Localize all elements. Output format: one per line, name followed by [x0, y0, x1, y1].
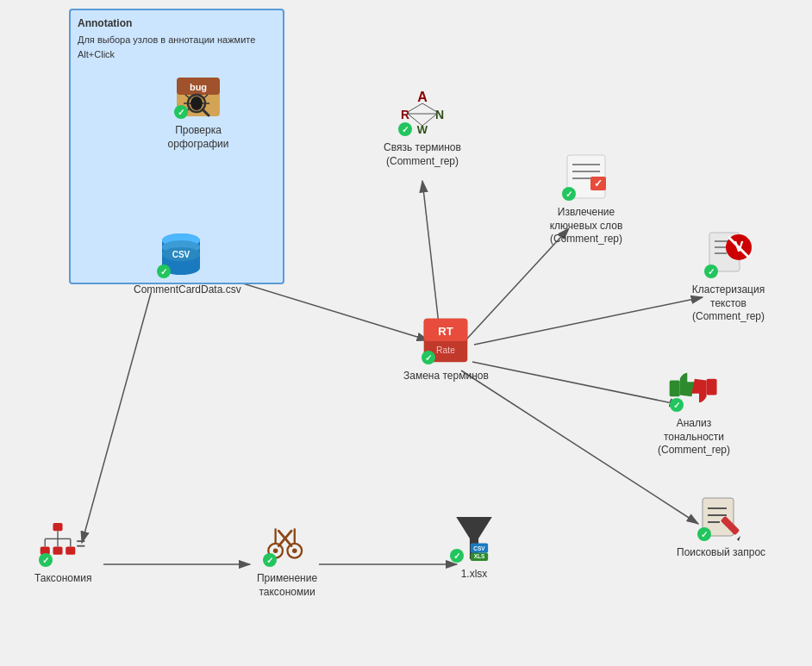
sentiment-label: Анализ тональности (Comment_rep) [646, 417, 741, 457]
workflow-canvas: Annotation Для выбора узлов в аннотации … [0, 0, 812, 666]
term-link-badge: ✓ [398, 122, 412, 136]
svg-text:RT: RT [439, 325, 453, 338]
clustering-node[interactable]: V ✓ Кластеризация текстов (Comment_rep) [681, 228, 776, 324]
svg-rect-63 [53, 523, 63, 531]
svg-text:A: A [417, 90, 428, 104]
term-replace-label: Замена терминов [403, 370, 489, 383]
svg-text:XLS: XLS [474, 553, 485, 559]
annotation-title: Annotation [78, 17, 276, 29]
clustering-icon: V ✓ [703, 228, 754, 280]
svg-text:CSV: CSV [172, 250, 191, 259]
spell-check-icon: bug ✓ [172, 69, 224, 121]
svg-rect-55 [670, 380, 680, 396]
annotation-text: Для выбора узлов в аннотации нажмите Alt… [78, 33, 276, 61]
term-replace-node[interactable]: RT Rate ✓ Замена терминов [403, 314, 489, 383]
search-label: Поисковый запрос [677, 546, 765, 560]
comment-card-badge: ✓ [157, 265, 171, 278]
search-node[interactable]: ✓ Поисковый запрос [677, 491, 765, 560]
taxonomy-label: Таксономия [34, 572, 91, 586]
sentiment-icon: ✓ [668, 362, 720, 414]
comment-card-label: CommentCardData.csv [134, 283, 228, 297]
taxonomy-node[interactable]: ✓ Таксономия [34, 517, 91, 586]
search-badge: ✓ [697, 527, 711, 541]
apply-taxonomy-node[interactable]: ✓ Применение таксономии [240, 517, 334, 599]
apply-taxonomy-icon: ✓ [261, 517, 313, 569]
svg-marker-62 [737, 536, 740, 541]
spell-check-badge: ✓ [174, 105, 188, 119]
svg-line-5 [474, 297, 703, 345]
keywords-badge: ✓ [562, 187, 576, 201]
clustering-badge: ✓ [704, 265, 718, 278]
comment-card-node[interactable]: CSV ✓ CommentCardData.csv [134, 228, 228, 297]
svg-text:Rate: Rate [437, 345, 456, 355]
spell-check-node[interactable]: bug ✓ Проверка орфографии [151, 69, 246, 151]
taxonomy-icon-node: ✓ [37, 517, 89, 569]
term-link-node[interactable]: A R N W ✓ Связь терминов (Comment_rep) [375, 86, 470, 168]
comment-card-icon: CSV ✓ [155, 228, 207, 280]
svg-point-77 [292, 548, 297, 553]
svg-point-16 [191, 96, 203, 110]
spell-check-label: Проверка орфографии [151, 124, 246, 151]
svg-rect-71 [66, 547, 75, 555]
svg-line-10 [82, 293, 151, 543]
xlsx-node[interactable]: CSV XLS ✓ 1.xlsx [448, 513, 500, 582]
svg-text:✓: ✓ [594, 177, 603, 190]
sentiment-badge: ✓ [670, 398, 684, 412]
term-link-label: Связь терминов (Comment_rep) [375, 141, 470, 168]
xlsx-badge: ✓ [450, 549, 464, 563]
rt-rate-icon: RT Rate ✓ [420, 314, 472, 366]
svg-line-3 [422, 181, 440, 332]
xlsx-label: 1.xlsx [461, 568, 488, 582]
svg-rect-56 [707, 379, 717, 395]
sentiment-node[interactable]: ✓ Анализ тональности (Comment_rep) [646, 362, 741, 457]
keywords-icon: ✓ ✓ [560, 151, 612, 202]
svg-text:CSV: CSV [473, 545, 485, 551]
search-icon-node: ✓ [696, 491, 747, 543]
svg-line-37 [408, 103, 422, 112]
clustering-label: Кластеризация текстов (Comment_rep) [681, 283, 776, 324]
term-link-icon: A R N W ✓ [397, 86, 448, 138]
svg-rect-70 [53, 547, 63, 555]
xlsx-icon: CSV XLS ✓ [448, 513, 500, 564]
svg-text:bug: bug [190, 82, 207, 92]
apply-taxonomy-label: Применение таксономии [240, 572, 334, 599]
keywords-node[interactable]: ✓ ✓ Извлечение ключевых слов (Comment_re… [539, 151, 634, 246]
keywords-label: Извлечение ключевых слов (Comment_rep) [539, 206, 634, 246]
svg-point-75 [273, 548, 278, 553]
apply-taxonomy-badge: ✓ [263, 553, 277, 567]
